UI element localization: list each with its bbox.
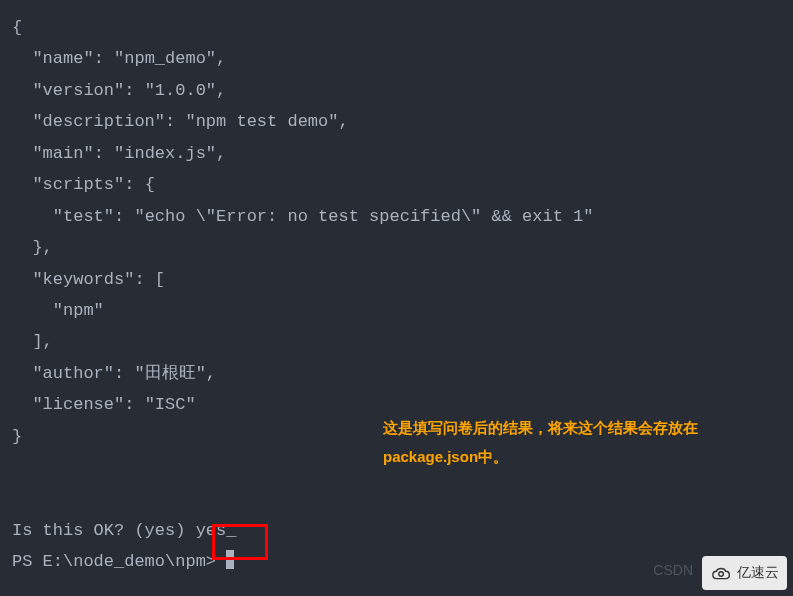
- json-value-test: "echo \"Error: no test specified\" && ex…: [134, 207, 593, 226]
- json-value-main: "index.js": [114, 144, 216, 163]
- watermark-logo-text: 亿速云: [737, 560, 779, 586]
- watermark-csdn: CSDN: [653, 558, 693, 584]
- prompt-underscore: _: [226, 521, 236, 540]
- json-value-license: "ISC": [145, 395, 196, 414]
- json-key-name: "name": [32, 49, 93, 68]
- json-value-keyword: "npm": [53, 301, 104, 320]
- json-key-author: "author": [32, 364, 114, 383]
- json-value-description: "npm test demo": [185, 112, 338, 131]
- json-key-test: "test": [53, 207, 114, 226]
- terminal-output: { "name": "npm_demo", "version": "1.0.0"…: [12, 12, 781, 578]
- watermark-logo: 亿速云: [702, 556, 787, 590]
- cloud-icon: [711, 565, 733, 581]
- cursor-icon: [226, 550, 234, 569]
- json-value-name: "npm_demo": [114, 49, 216, 68]
- json-key-version: "version": [32, 81, 124, 100]
- ps-prompt[interactable]: PS E:\node_demo\npm>: [12, 552, 226, 571]
- json-key-license: "license": [32, 395, 124, 414]
- json-value-version: "1.0.0": [145, 81, 216, 100]
- json-brace-close: }: [12, 427, 22, 446]
- json-key-keywords: "keywords": [32, 270, 134, 289]
- json-value-author: "田根旺": [134, 364, 205, 383]
- json-key-main: "main": [32, 144, 93, 163]
- annotation-callout: 这是填写问卷后的结果，将来这个结果会存放在package.json中。: [383, 413, 773, 472]
- prompt-answer[interactable]: yes: [196, 521, 227, 540]
- prompt-question: Is this OK? (yes): [12, 521, 196, 540]
- json-brace-open: {: [12, 18, 22, 37]
- json-key-scripts: "scripts": [32, 175, 124, 194]
- svg-point-0: [718, 572, 723, 577]
- json-key-description: "description": [32, 112, 165, 131]
